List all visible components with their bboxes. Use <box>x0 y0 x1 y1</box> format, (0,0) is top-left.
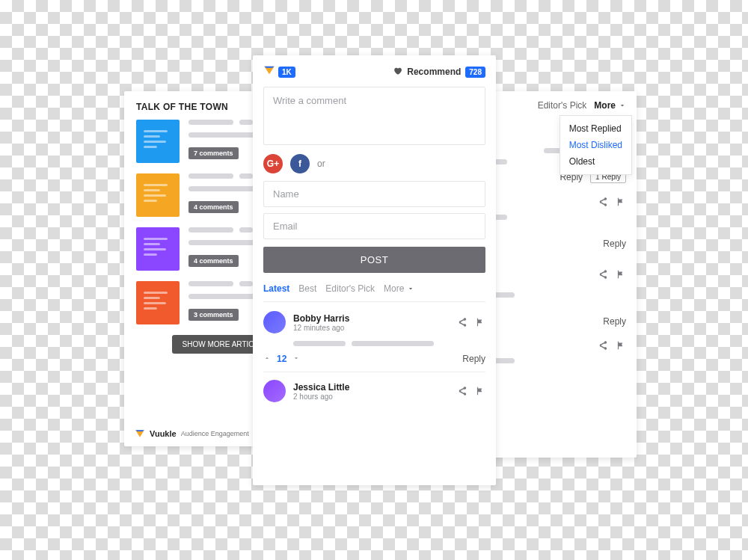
share-icon[interactable] <box>598 340 608 351</box>
vuukle-logo-icon <box>263 64 275 79</box>
article-thumb <box>136 173 180 217</box>
comments-badge: 3 comments <box>188 309 239 321</box>
comment-author: Jessica Little <box>293 382 349 393</box>
comment: Bobby Harris 12 minutes ago 12 Reply <box>263 311 485 372</box>
google-plus-login[interactable]: G+ <box>263 154 283 173</box>
brand-footer: Vuukle Audience Engagement <box>135 428 249 439</box>
share-icon[interactable] <box>457 386 468 396</box>
tab-best[interactable]: Best <box>298 283 316 294</box>
article-thumb <box>136 227 180 271</box>
article-thumb <box>136 120 180 163</box>
chevron-down-icon <box>619 102 626 109</box>
flag-icon[interactable] <box>616 340 626 351</box>
heart-icon <box>393 66 402 78</box>
comment-author: Bobby Harris <box>293 313 349 324</box>
comment-time: 12 minutes ago <box>293 324 349 332</box>
comments-badge: 7 comments <box>188 147 239 159</box>
brand-name: Vuukle <box>150 429 177 438</box>
avatar <box>263 380 286 402</box>
flag-icon[interactable] <box>475 386 485 396</box>
share-icon[interactable] <box>598 269 608 280</box>
chevron-down-icon <box>407 285 414 292</box>
email-input[interactable]: Email <box>263 213 485 239</box>
recommend-button[interactable]: Recommend 728 <box>393 66 485 78</box>
tab-more[interactable]: More <box>384 283 414 294</box>
post-button[interactable]: POST <box>263 247 485 273</box>
vuukle-logo-icon <box>135 428 145 439</box>
sort-dropdown[interactable]: Most Replied Most Disliked Oldest <box>560 115 632 175</box>
tab-editors-pick[interactable]: Editor's Pick <box>538 100 587 111</box>
avatar <box>263 311 286 333</box>
share-icon[interactable] <box>598 197 608 207</box>
dropdown-option[interactable]: Most Replied <box>569 120 622 137</box>
facebook-login[interactable]: f <box>290 154 310 173</box>
downvote-icon[interactable] <box>292 354 300 363</box>
or-label: or <box>317 159 325 169</box>
name-input[interactable]: Name <box>263 181 485 207</box>
article-thumb <box>136 281 180 324</box>
comment: Jessica Little 2 hours ago <box>263 380 485 402</box>
reply-link[interactable]: Reply <box>462 354 485 364</box>
upvote-icon[interactable] <box>263 354 271 363</box>
tab-latest[interactable]: Latest <box>263 283 289 294</box>
dropdown-option[interactable]: Most Disliked <box>569 137 622 153</box>
dropdown-option[interactable]: Oldest <box>569 153 622 170</box>
comment-time: 2 hours ago <box>293 393 349 401</box>
flag-icon[interactable] <box>616 269 626 280</box>
tab-more[interactable]: More <box>594 100 626 111</box>
brand-sub: Audience Engagement <box>181 430 249 437</box>
reply-link[interactable]: Reply <box>603 316 626 327</box>
reply-link[interactable]: Reply <box>603 239 626 249</box>
comments-badge: 4 comments <box>188 255 239 267</box>
flag-icon[interactable] <box>616 197 626 207</box>
tab-editors-pick[interactable]: Editor's Pick <box>325 283 375 294</box>
recommend-count: 728 <box>465 67 485 78</box>
comment-count-badge: 1K <box>278 67 295 78</box>
comment-widget: 1K Recommend 728 Write a comment G+ f or… <box>253 55 496 485</box>
comments-badge: 4 comments <box>188 201 239 213</box>
vote-count: 12 <box>277 354 286 364</box>
comment-input[interactable]: Write a comment <box>263 87 485 145</box>
flag-icon[interactable] <box>475 317 485 327</box>
share-icon[interactable] <box>457 317 468 327</box>
